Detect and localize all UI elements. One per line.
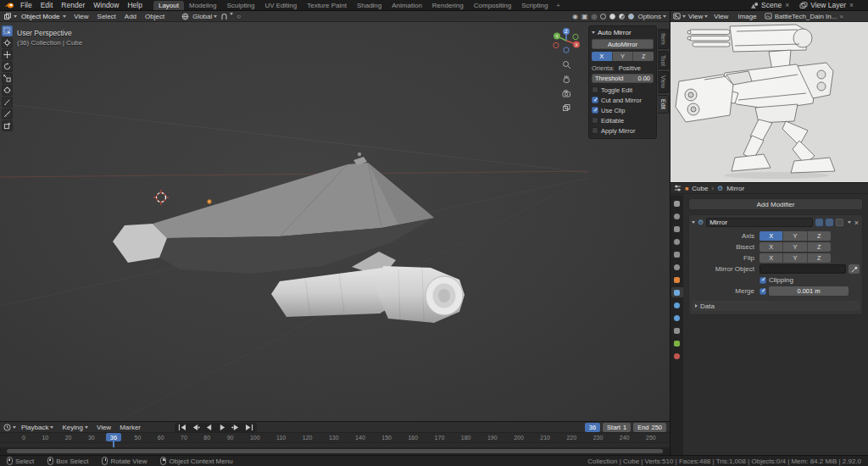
mode-dropdown[interactable]: Object Mode [19, 13, 69, 20]
viewport-canvas[interactable]: User Perspective (36) Collection | Cube [0, 22, 670, 421]
tool-rotate[interactable] [2, 61, 13, 72]
workspace-tab-shading[interactable]: Shading [352, 1, 387, 10]
blender-logo-icon[interactable] [4, 2, 14, 9]
properties-tab-world[interactable] [671, 262, 683, 272]
workspace-tab-rendering[interactable]: Rendering [427, 1, 469, 10]
properties-tab-object[interactable] [671, 275, 683, 285]
mirror-object-field[interactable] [760, 264, 846, 274]
jump-to-start-button[interactable] [175, 423, 188, 432]
tool-scale[interactable] [2, 73, 13, 84]
shading-solid-icon[interactable] [609, 14, 615, 19]
properties-tab-modifiers[interactable] [671, 287, 683, 297]
workspace-tab-texture-paint[interactable]: Texture Paint [302, 1, 352, 10]
menu-window[interactable]: Window [89, 1, 123, 9]
modifier-extras-icon[interactable] [848, 221, 851, 224]
timeline-menu-keying[interactable]: Keying [58, 424, 91, 431]
sidebar-tab-view[interactable]: View [658, 71, 669, 92]
view-layer-selector[interactable]: View Layer × [799, 1, 854, 9]
sidebar-tab-edit[interactable]: Edit [658, 95, 669, 114]
checkbox-cut-and-mirror[interactable] [592, 97, 598, 103]
orientation-dropdown[interactable]: Global [192, 13, 217, 20]
image-editor-canvas[interactable] [670, 22, 868, 182]
zoom-icon[interactable] [561, 59, 572, 70]
flip-x-button[interactable]: X [760, 253, 783, 263]
shading-wireframe-icon[interactable] [600, 14, 606, 19]
modifier-name-field[interactable]: Mirror [706, 218, 813, 227]
edit-mode-toggle-icon[interactable] [815, 219, 823, 226]
workspace-tab-layout[interactable]: Layout [153, 1, 184, 10]
option-editable[interactable]: Editable [592, 116, 654, 125]
option-use-clip[interactable]: Use Clip [592, 106, 654, 114]
properties-tab-physics[interactable] [671, 313, 683, 323]
sidebar-tab-tool[interactable]: Tool [658, 51, 669, 70]
flip-z-button[interactable]: Z [808, 253, 831, 263]
timeline-menu-playback[interactable]: Playback [18, 424, 57, 431]
options-dropdown[interactable]: Options [637, 13, 666, 20]
properties-tab-scene[interactable] [671, 249, 683, 259]
axis-z-button[interactable]: Z [633, 52, 654, 61]
workspace-tab-scripting[interactable]: Scripting [516, 1, 553, 10]
merge-value-slider[interactable]: 0.001 m [769, 286, 849, 296]
scene-selector[interactable]: Scene × [750, 1, 789, 9]
image-menu-image[interactable]: Image [734, 13, 760, 20]
tool-add-cube[interactable] [2, 120, 13, 131]
tool-measure[interactable] [2, 108, 13, 119]
orientation-value[interactable]: Positive [619, 64, 641, 72]
properties-tab-constraints[interactable] [671, 325, 683, 336]
threshold-slider[interactable]: Threshold 0.00 [592, 74, 654, 83]
automirror-button[interactable]: AutoMirror [592, 39, 654, 49]
bisect-x-button[interactable]: X [760, 242, 783, 252]
timeline-menu-marker[interactable]: Marker [116, 424, 144, 431]
properties-tab-output[interactable] [671, 224, 683, 234]
perspective-toggle-icon[interactable] [561, 103, 572, 114]
menu-render[interactable]: Render [57, 1, 89, 9]
editor-type-icon[interactable] [3, 13, 17, 20]
shading-material-icon[interactable] [619, 14, 625, 19]
snap-magnet-icon[interactable] [220, 13, 233, 20]
realtime-toggle-icon[interactable] [826, 219, 833, 226]
collapse-icon[interactable] [692, 221, 695, 224]
editor-type-icon[interactable] [673, 13, 686, 19]
axis-x-button[interactable]: X [592, 52, 613, 61]
modifier-delete-icon[interactable]: × [854, 219, 860, 227]
play-button[interactable] [216, 423, 229, 432]
proportional-editing-icon[interactable]: ○ [236, 13, 241, 20]
editor-type-icon[interactable] [3, 424, 16, 431]
timeline-ruler[interactable]: 0102030405060708090100110120130140150160… [0, 433, 670, 443]
mirror-axis-y-button[interactable]: Y [783, 231, 807, 241]
tool-move[interactable] [2, 49, 13, 60]
image-datablock-name[interactable]: BattleTech_Dain In... [775, 13, 837, 20]
navigation-gizmo[interactable]: Z X Y [551, 25, 581, 56]
properties-tab-tool[interactable] [671, 198, 683, 208]
menu-edit[interactable]: Edit [36, 1, 58, 9]
properties-tab-render[interactable] [671, 211, 683, 221]
scene-unlink-icon[interactable]: × [785, 1, 789, 9]
next-keyframe-button[interactable] [230, 423, 242, 432]
tool-annotate[interactable] [2, 97, 13, 108]
image-unlink-icon[interactable]: × [839, 13, 843, 20]
tool-transform[interactable] [2, 85, 13, 96]
shading-rendered-icon[interactable] [628, 14, 634, 19]
add-modifier-button[interactable]: Add Modifier [688, 198, 863, 210]
timeline-scrollbar[interactable] [0, 447, 670, 455]
playhead-frame-label[interactable]: 36 [106, 433, 121, 441]
data-subpanel-header[interactable]: Data [692, 301, 860, 311]
viewport-menu-view[interactable]: View [70, 13, 92, 20]
checkbox-editable[interactable] [592, 117, 598, 124]
gizmo-toggle-icon[interactable]: ◉ [572, 13, 578, 20]
checkbox-toggle-edit[interactable] [592, 86, 598, 93]
tool-cursor[interactable] [2, 37, 13, 48]
current-frame-field[interactable]: 36 [585, 423, 600, 432]
render-toggle-icon[interactable] [836, 219, 843, 226]
jump-to-end-button[interactable] [243, 423, 256, 432]
option-cut-and-mirror[interactable]: Cut and Mirror [592, 96, 654, 104]
workspace-tab-animation[interactable]: Animation [387, 1, 427, 10]
properties-tab-data[interactable] [671, 338, 683, 348]
option-toggle-edit[interactable]: Toggle Edit [592, 86, 654, 94]
workspace-tab-modeling[interactable]: Modeling [184, 1, 221, 10]
view-layer-unlink-icon[interactable]: × [849, 1, 854, 9]
viewport-menu-select[interactable]: Select [94, 13, 120, 20]
properties-tab-view-layer[interactable] [671, 236, 683, 247]
workspace-tab-uv-editing[interactable]: UV Editing [259, 1, 302, 10]
workspace-tab-compositing[interactable]: Compositing [469, 1, 516, 10]
